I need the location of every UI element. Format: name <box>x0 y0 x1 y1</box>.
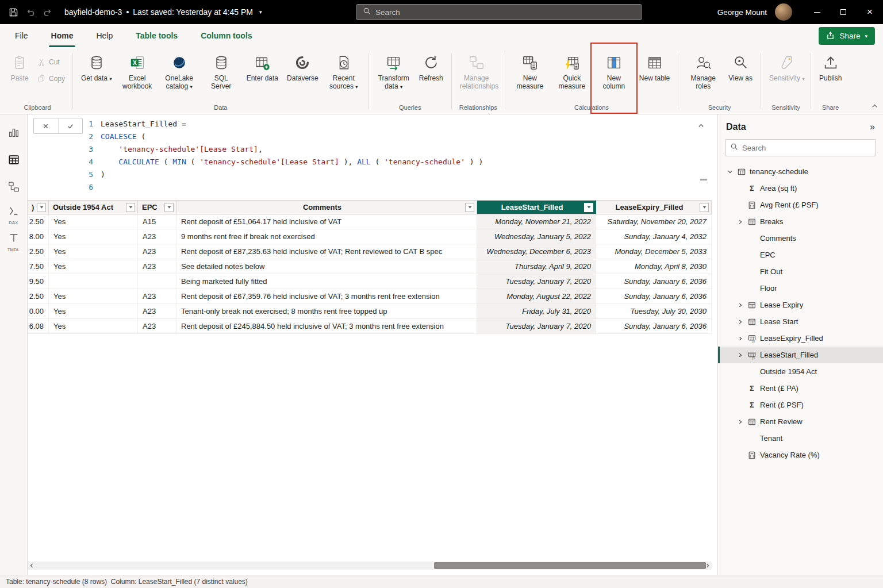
ribbon-button-publish[interactable]: Publish <box>815 52 846 84</box>
save-button[interactable] <box>5 0 22 24</box>
cell-lease_start[interactable]: Tuesday, January 7, 2020 <box>477 274 596 289</box>
cell-comments[interactable]: Rent deposit of £87,235.63 held inclusiv… <box>176 244 477 259</box>
cell-lease_start[interactable]: Friday, July 31, 2020 <box>477 304 596 318</box>
field-table-root[interactable]: tenancy-schedule <box>718 163 883 180</box>
dax-formula-bar[interactable]: 1LeaseStart_Filled =2COALESCE (3 'tenanc… <box>28 114 712 200</box>
cell-c0[interactable]: 2.50 <box>28 289 49 303</box>
field-leasestart-filled[interactable]: fxLeaseStart_Filled <box>718 347 883 363</box>
cell-lease_start[interactable]: Thursday, April 9, 2020 <box>477 259 596 274</box>
cell-lease_start[interactable]: Monday, November 21, 2022 <box>477 214 596 229</box>
share-button[interactable]: Share ▾ <box>819 27 875 45</box>
field-breaks[interactable]: Breaks <box>718 213 883 230</box>
column-header-leasestart-filled[interactable]: LeaseStart_Filled <box>477 200 596 214</box>
cell-comments[interactable]: Being marketed fully fitted <box>176 274 477 289</box>
field-rent-pa[interactable]: ΣRent (£ PA) <box>718 380 883 397</box>
field-avg-rent-psf[interactable]: Avg Rent (£ PSF) <box>718 197 883 213</box>
search-input[interactable] <box>375 8 635 17</box>
field-vacancy-rate[interactable]: Vacancy Rate (%) <box>718 447 883 463</box>
filter-dropdown-icon[interactable] <box>584 203 593 212</box>
ribbon-button-onelake-catalog[interactable]: OneLake catalog ▾ <box>159 52 200 92</box>
field-leaseexpiry-filled[interactable]: fxLeaseExpiry_Filled <box>718 330 883 347</box>
cell-c0[interactable]: 0.00 <box>28 304 49 318</box>
chevron-right-icon[interactable] <box>735 336 746 341</box>
ribbon-button-new-table[interactable]: New table <box>635 52 674 84</box>
table-view[interactable] <box>0 147 28 174</box>
ribbon-button-sql-server[interactable]: SQL Server <box>201 52 242 92</box>
cell-comments[interactable]: Rent deposit of £67,359.76 held inclusiv… <box>176 289 477 303</box>
ribbon-button-enter-data[interactable]: Enter data <box>243 52 282 84</box>
cell-epc[interactable]: A23 <box>138 319 176 333</box>
cell-lease_expiry[interactable]: Monday, December 5, 2033 <box>596 244 712 259</box>
cancel-formula-button[interactable] <box>34 118 59 133</box>
cell-epc[interactable]: A15 <box>138 214 176 229</box>
commit-formula-button[interactable] <box>59 118 83 133</box>
cell-lease_expiry[interactable]: Sunday, January 6, 2036 <box>596 319 712 333</box>
field-area-sq-ft[interactable]: ΣArea (sq ft) <box>718 180 883 197</box>
chevron-right-icon[interactable] <box>735 419 746 425</box>
close-button[interactable]: × <box>857 0 883 24</box>
cell-lease_start[interactable]: Monday, August 22, 2022 <box>477 289 596 303</box>
cell-lease_expiry[interactable]: Monday, April 8, 2030 <box>596 259 712 274</box>
column-header-outside-1954-act[interactable]: Outside 1954 Act <box>49 200 138 214</box>
cell-outside[interactable]: Yes <box>49 259 138 274</box>
cell-epc[interactable]: A23 <box>138 304 176 318</box>
tab-file[interactable]: File <box>15 24 28 47</box>
cell-lease_expiry[interactable]: Tuesday, July 30, 2030 <box>596 304 712 318</box>
report-view[interactable] <box>0 120 28 147</box>
cell-comments[interactable]: Tenant-only break not exercised; 8 month… <box>176 304 477 318</box>
cell-c0[interactable]: 6.08 <box>28 319 49 333</box>
formula-scrollbar-thumb[interactable] <box>700 179 707 180</box>
field-rent-review[interactable]: Rent Review <box>718 413 883 430</box>
tab-home[interactable]: Home <box>51 24 74 47</box>
ribbon-button-recent-sources[interactable]: Recent sources ▾ <box>323 52 364 92</box>
cell-epc[interactable]: A23 <box>138 259 176 274</box>
cell-comments[interactable]: Rent deposit of £245,884.50 held inclusi… <box>176 319 477 333</box>
undo-button[interactable] <box>22 0 39 24</box>
collapse-ribbon-button[interactable] <box>871 102 878 112</box>
cell-outside[interactable]: Yes <box>49 214 138 229</box>
cell-epc[interactable]: A23 <box>138 244 176 259</box>
filter-dropdown-icon[interactable] <box>465 203 474 212</box>
cell-lease_start[interactable]: Wednesday, December 6, 2023 <box>477 244 596 259</box>
column-header-comments[interactable]: Comments <box>176 200 477 214</box>
model-view[interactable] <box>0 174 28 201</box>
filter-dropdown-icon[interactable] <box>164 203 174 212</box>
collapse-pane-icon[interactable]: » <box>870 122 875 132</box>
ribbon-button-transform-data[interactable]: Transform data ▾ <box>373 52 414 92</box>
chevron-down-icon[interactable] <box>725 169 735 175</box>
cell-outside[interactable]: Yes <box>49 319 138 333</box>
ribbon-button-new-measure[interactable]: New measure <box>509 52 551 92</box>
cell-epc[interactable]: A23 <box>138 289 176 303</box>
avatar[interactable] <box>775 3 792 21</box>
cell-outside[interactable]: Yes <box>49 244 138 259</box>
ribbon-button-new-column[interactable]: New column <box>593 52 635 92</box>
chevron-right-icon[interactable] <box>735 319 746 325</box>
tab-column-tools[interactable]: Column tools <box>201 24 252 47</box>
cell-c0[interactable]: 7.50 <box>28 259 49 274</box>
ribbon-button-dataverse[interactable]: Dataverse <box>283 52 323 84</box>
field-floor[interactable]: Floor <box>718 280 883 297</box>
horizontal-scrollbar[interactable] <box>28 562 712 570</box>
cell-comments[interactable]: See detailed notes below <box>176 259 477 274</box>
field-lease-start[interactable]: Lease Start <box>718 313 883 330</box>
cell-c0[interactable]: 8.00 <box>28 229 49 244</box>
cell-outside[interactable]: Yes <box>49 229 138 244</box>
cell-lease_expiry[interactable]: Sunday, January 6, 2036 <box>596 274 712 289</box>
filter-dropdown-icon[interactable] <box>37 203 46 212</box>
minimize-button[interactable] <box>804 0 830 24</box>
cell-epc[interactable] <box>138 274 176 289</box>
field-epc[interactable]: EPC <box>718 247 883 263</box>
cell-c0[interactable]: 2.50 <box>28 214 49 229</box>
fields-search-input[interactable] <box>742 144 871 152</box>
dax-formula-editor[interactable]: 1LeaseStart_Filled =2COALESCE (3 'tenanc… <box>85 118 686 194</box>
chevron-right-icon[interactable] <box>735 219 746 225</box>
cell-outside[interactable]: Yes <box>49 304 138 318</box>
cell-lease_expiry[interactable]: Sunday, January 4, 2032 <box>596 229 712 244</box>
cell-lease_start[interactable]: Tuesday, January 7, 2020 <box>477 319 596 333</box>
column-header-epc[interactable]: EPC <box>138 200 176 214</box>
filter-dropdown-icon[interactable] <box>700 203 709 212</box>
tab-help[interactable]: Help <box>96 24 113 47</box>
dax-view[interactable]: DAX <box>0 201 28 228</box>
ribbon-button-quick-measure[interactable]: Quick measure <box>551 52 593 92</box>
cell-comments[interactable]: 9 months rent free if break not exercise… <box>176 229 477 244</box>
